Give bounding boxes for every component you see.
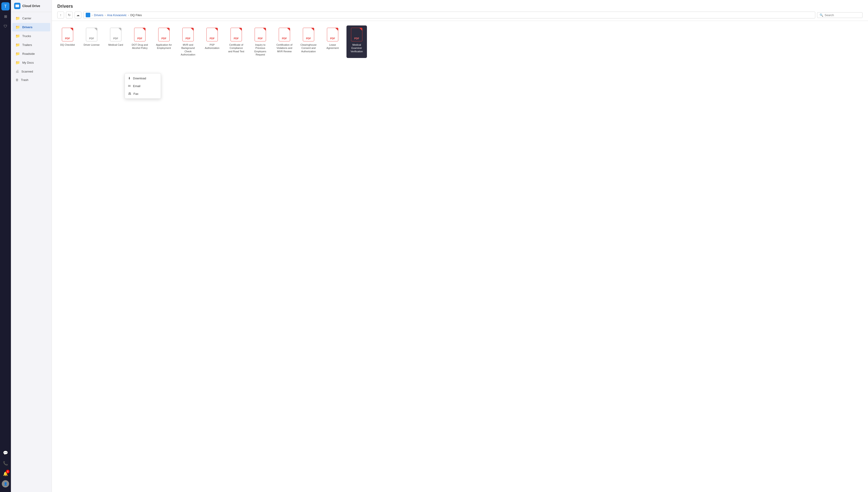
pdf-label: PDF <box>306 37 311 40</box>
file-item-dq-checklist[interactable]: PDF DQ Checklist <box>57 25 78 58</box>
file-label: Lease Agreement <box>324 43 341 50</box>
file-label: Application for Employment <box>155 43 172 50</box>
pdf-doc: PDF <box>279 28 290 41</box>
sidebar-item-label: My Docs <box>22 61 34 64</box>
app-logo[interactable]: T <box>1 2 9 10</box>
folder-icon: 📁 <box>16 16 20 21</box>
sidebar-item-scanned[interactable]: 🖨 Scanned <box>12 67 50 75</box>
search-icon: 🔍 <box>820 14 823 17</box>
refresh-button[interactable]: ↻ <box>66 11 73 18</box>
file-item-certificate-compliance[interactable]: PDF Certificate of Compliance and Road T… <box>226 25 246 58</box>
download-icon: ⬇ <box>128 76 131 80</box>
file-item-clearinghouse[interactable]: PDF Clearinghouse Consent and Authorizat… <box>298 25 319 58</box>
pdf-doc: PDF <box>158 28 170 41</box>
file-label: Certificate of Compliance and Road Test <box>228 43 245 53</box>
file-label: Medical Card <box>108 43 123 46</box>
context-menu-download[interactable]: ⬇ Download <box>125 74 161 82</box>
breadcrumb-dqfiles: DQ Files <box>130 14 142 17</box>
context-menu-fax[interactable]: 🖷 Fax <box>125 90 161 98</box>
file-item-lease-agreement[interactable]: PDF Lease Agreement <box>322 25 343 58</box>
folder-icon: 📁 <box>16 34 20 38</box>
file-item-mvr[interactable]: PDF MVR and Background Check Authorizati… <box>178 25 198 58</box>
file-item-dot-drug[interactable]: PDF DOT Drug and Alcohol Policy <box>130 25 150 58</box>
pdf-doc: PDF <box>86 28 97 41</box>
breadcrumb: › Drivers › Ana Kovacevic › DQ Files <box>83 11 815 18</box>
sidebar: Cloud Drive 📁 Carrier 📁 Drivers 📁 Trucks… <box>11 0 52 492</box>
pdf-icon-wrap: PDF <box>182 27 194 42</box>
folder-icon: 📁 <box>16 25 20 29</box>
file-item-medical-examiner[interactable]: PDF Medical Examiner Verification <box>346 25 367 58</box>
file-item-psp[interactable]: PDF PSP Authorization <box>202 25 222 58</box>
file-item-application[interactable]: PDF Application for Employment <box>154 25 174 58</box>
pdf-icon-wrap: PDF <box>326 27 339 42</box>
sidebar-item-trailers[interactable]: 📁 Trailers <box>12 41 50 49</box>
search-input[interactable] <box>824 14 860 17</box>
sidebar-item-label: Trash <box>21 78 28 82</box>
pdf-icon-wrap: PDF <box>230 27 243 42</box>
pdf-label: PDF <box>209 37 215 40</box>
file-item-medical-card[interactable]: PDF Medical Card <box>105 25 126 58</box>
phone-icon[interactable]: 📞 <box>1 459 9 467</box>
pdf-label: PDF <box>113 37 118 40</box>
pdf-doc: PDF <box>182 28 194 41</box>
sidebar-title: Cloud Drive <box>22 4 40 8</box>
bottom-icon-group: 💬 📞 🔔 8 👤 <box>1 449 9 490</box>
pdf-doc: PDF <box>206 28 218 41</box>
file-label: Clearinghouse Consent and Authorization <box>300 43 317 53</box>
pdf-icon-wrap: PDF <box>133 27 146 42</box>
file-label: PSP Authorization <box>204 43 221 50</box>
grid-icon[interactable]: ⊞ <box>1 12 9 21</box>
folder-icon: 📁 <box>16 52 20 56</box>
pdf-label: PDF <box>234 37 239 40</box>
file-item-certification-violations[interactable]: PDF Certification of Violations and MVR … <box>274 25 295 58</box>
sidebar-item-roadside[interactable]: 📁 Roadside <box>12 50 50 58</box>
breadcrumb-sep: › <box>105 14 106 17</box>
fax-icon: 🖷 <box>128 92 131 96</box>
sidebar-item-label: Drivers <box>22 25 32 29</box>
sidebar-item-trucks[interactable]: 📁 Trucks <box>12 32 50 40</box>
avatar[interactable]: 👤 <box>2 480 9 488</box>
breadcrumb-drivers[interactable]: Drivers <box>94 14 103 17</box>
sidebar-item-label: Trucks <box>22 34 31 38</box>
pdf-icon-wrap: PDF <box>61 27 74 42</box>
breadcrumb-home[interactable] <box>86 13 90 17</box>
breadcrumb-ana[interactable]: Ana Kovacevic <box>107 14 127 17</box>
file-label: DOT Drug and Alcohol Policy <box>131 43 148 50</box>
up-button[interactable]: ↑ <box>57 11 64 18</box>
files-grid: PDF DQ Checklist PDF Driver License PDF … <box>57 25 863 58</box>
pdf-label: PDF <box>354 37 359 40</box>
pdf-label: PDF <box>330 37 335 40</box>
toolbar: ↑ ↻ ☁ › Drivers › Ana Kovacevic › DQ Fil… <box>57 11 863 21</box>
file-label: Inquiry to Previous Employers Request <box>252 43 269 56</box>
context-menu-email[interactable]: ✉ Email <box>125 82 161 90</box>
file-item-driver-license[interactable]: PDF Driver License <box>81 25 102 58</box>
sidebar-item-drivers[interactable]: 📁 Drivers <box>12 23 50 31</box>
shield-icon[interactable]: 🛡 <box>1 22 9 30</box>
pdf-doc: PDF <box>327 28 338 41</box>
search-box: 🔍 <box>817 12 863 18</box>
bell-icon[interactable]: 🔔 8 <box>1 470 9 478</box>
scanner-icon: 🖨 <box>16 69 19 73</box>
file-label: Medical Examiner Verification <box>348 43 365 53</box>
sidebar-logo <box>14 3 21 9</box>
chat-icon[interactable]: 💬 <box>1 449 9 457</box>
folder-icon: 📁 <box>16 60 20 65</box>
pdf-label: PDF <box>65 37 70 40</box>
sidebar-item-label: Carrier <box>22 17 31 20</box>
breadcrumb-sep: › <box>128 14 129 17</box>
context-menu: ⬇ Download ✉ Email 🖷 Fax <box>125 73 161 99</box>
cloud-button[interactable]: ☁ <box>75 11 81 18</box>
folder-icon: 📁 <box>16 43 20 47</box>
sidebar-item-mydocs[interactable]: 📁 My Docs <box>12 58 50 67</box>
svg-rect-0 <box>16 4 19 7</box>
pdf-doc: PDF <box>62 28 73 41</box>
sidebar-item-label: Roadside <box>22 52 35 55</box>
trash-icon: 🗑 <box>16 78 19 82</box>
sidebar-item-trash[interactable]: 🗑 Trash <box>12 76 50 84</box>
main-header: Drivers ↑ ↻ ☁ › Drivers › Ana Kovacevic … <box>52 0 868 21</box>
sidebar-item-carrier[interactable]: 📁 Carrier <box>12 14 50 23</box>
pdf-doc: PDF <box>134 28 146 41</box>
file-item-inquiry-employers[interactable]: PDF Inquiry to Previous Employers Reques… <box>250 25 271 58</box>
pdf-icon-wrap: PDF <box>254 27 267 42</box>
pdf-doc: PDF <box>255 28 266 41</box>
